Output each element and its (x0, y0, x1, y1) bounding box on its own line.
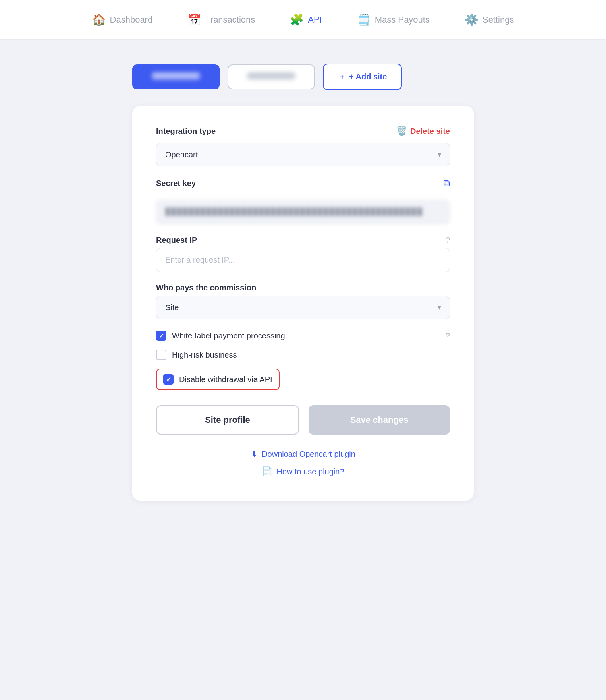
nav-transactions[interactable]: 📅 Transactions (182, 10, 261, 29)
nav-transactions-label: Transactions (205, 15, 255, 25)
site-tab-2[interactable] (228, 64, 315, 89)
integration-type-label: Integration type (156, 127, 216, 136)
commission-label: Who pays the commission (156, 283, 256, 292)
site-profile-button[interactable]: Site profile (156, 405, 299, 435)
request-ip-input[interactable] (156, 248, 450, 272)
home-icon: 🏠 (92, 14, 106, 25)
puzzle-icon: 🧩 (290, 14, 304, 25)
secret-key-label: Secret key (156, 179, 196, 188)
plus-icon: ＋ (338, 72, 346, 82)
high-risk-text: High-risk business (172, 350, 237, 360)
integration-header-row: Integration type 🗑️ Delete site (156, 126, 450, 136)
white-label-help-icon[interactable]: ? (446, 331, 450, 340)
site-tab-1[interactable] (132, 64, 220, 89)
disable-withdrawal-text: Disable withdrawal via API (179, 375, 272, 384)
payout-icon: 🗒️ (357, 14, 371, 25)
save-changes-button[interactable]: Save changes (309, 405, 450, 435)
secret-key-field: ████████████████████████████████████████… (156, 200, 450, 224)
calendar-icon: 📅 (187, 14, 201, 25)
request-ip-header-row: Request IP ? (156, 236, 450, 245)
download-plugin-link[interactable]: ⬇ Download Opencart plugin (251, 449, 355, 459)
action-buttons-row: Site profile Save changes (156, 405, 450, 435)
request-ip-label: Request IP (156, 236, 197, 245)
delete-site-button[interactable]: 🗑️ Delete site (396, 126, 450, 136)
download-link-text: Download Opencart plugin (262, 450, 355, 459)
checkmark-icon: ✓ (159, 332, 164, 340)
navigation: 🏠 Dashboard 📅 Transactions 🧩 API 🗒️ Mass… (0, 0, 606, 40)
footer-links: ⬇ Download Opencart plugin 📄 How to use … (156, 449, 450, 477)
site-profile-label: Site profile (205, 415, 250, 425)
secret-key-header-row: Secret key ⧉ (156, 178, 450, 189)
site-tab-2-label (247, 72, 295, 79)
gear-icon: ⚙️ (465, 14, 479, 25)
site-tabs-row: ＋ + Add site (132, 64, 474, 90)
disable-withdrawal-row: ✓ Disable withdrawal via API (156, 369, 280, 390)
site-tab-1-label (152, 72, 200, 79)
main-content: ＋ + Add site Integration type 🗑️ Delete … (124, 64, 482, 501)
checkmark-icon-2: ✓ (166, 376, 171, 383)
integration-type-select[interactable]: Opencart (156, 143, 450, 166)
document-icon: 📄 (262, 466, 272, 477)
nav-settings-label: Settings (482, 15, 514, 25)
settings-card: Integration type 🗑️ Delete site Opencart… (132, 106, 474, 501)
nav-api-label: API (308, 15, 322, 25)
copy-icon[interactable]: ⧉ (443, 178, 450, 189)
trash-icon: 🗑️ (396, 126, 407, 136)
nav-mass-payouts-label: Mass Payouts (375, 15, 430, 25)
commission-header-row: Who pays the commission (156, 283, 450, 292)
nav-api[interactable]: 🧩 API (284, 10, 327, 29)
integration-type-select-wrapper: Opencart ▾ (156, 143, 450, 166)
high-risk-checkbox[interactable] (156, 350, 166, 360)
high-risk-row: High-risk business (156, 350, 450, 360)
add-site-label: + Add site (349, 72, 387, 81)
request-ip-help-icon[interactable]: ? (446, 236, 450, 245)
white-label-text: White-label payment processing (172, 331, 285, 340)
download-icon: ⬇ (251, 449, 258, 459)
commission-select[interactable]: Site (156, 296, 450, 319)
save-changes-label: Save changes (350, 415, 409, 425)
secret-key-value: ████████████████████████████████████████… (165, 207, 423, 215)
nav-dashboard[interactable]: 🏠 Dashboard (87, 10, 158, 29)
how-to-use-text: How to use plugin? (276, 467, 344, 476)
commission-select-wrapper: Site ▾ (156, 296, 450, 319)
nav-settings[interactable]: ⚙️ Settings (459, 10, 520, 29)
white-label-checkbox[interactable]: ✓ (156, 331, 166, 341)
disable-withdrawal-checkbox[interactable]: ✓ (163, 374, 174, 385)
nav-mass-payouts[interactable]: 🗒️ Mass Payouts (351, 10, 435, 29)
white-label-row: ✓ White-label payment processing ? (156, 331, 450, 341)
nav-dashboard-label: Dashboard (110, 15, 153, 25)
how-to-use-link[interactable]: 📄 How to use plugin? (262, 466, 344, 477)
add-site-button[interactable]: ＋ + Add site (323, 64, 402, 90)
delete-site-label: Delete site (410, 127, 450, 136)
